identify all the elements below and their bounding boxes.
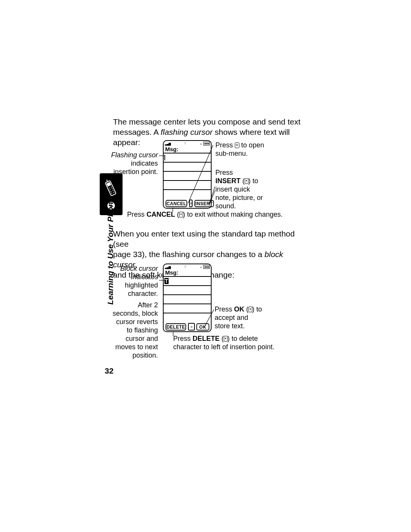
svg-point-18 [113, 192, 114, 193]
fig1-atr-pre: Press [215, 141, 235, 149]
fig2-ar-post: to [255, 305, 262, 313]
fig1-al-l1: Flashing cursor [111, 151, 158, 159]
block-cursor: T [164, 278, 169, 284]
phone-screen-1: ▂▃▅ ↕ ▵ ▮▮▮▮ Msg: CANCEL ≡ INSERT [163, 140, 212, 209]
svg-line-9 [107, 180, 108, 182]
fig1-annot-open-submenu: Press ≡ to open sub-menu. [215, 141, 276, 158]
msg-title: Msg: [164, 146, 211, 153]
fig2-abl-l5: cursor and [126, 335, 158, 342]
softkey-bar-2: DELETE ≡ OK [164, 322, 211, 331]
fig1-annot-flashing-cursor: Flashing cursor indicates insertion poin… [108, 151, 158, 176]
side-label: Learning to Use Your Phone [106, 198, 115, 305]
intro-line2a: messages. A [113, 128, 161, 136]
fig1-ar-l3: insert quick [215, 185, 250, 193]
line2-4 [164, 304, 211, 313]
fig2-abl-l3: cursor reverts [116, 318, 158, 326]
fig2-ab-post: to delete [230, 335, 258, 342]
softkey-insert[interactable]: INSERT [194, 200, 214, 207]
svg-point-17 [111, 193, 112, 194]
fig2-atl-l4: character. [128, 290, 158, 297]
menu-key-glyph: ≡ [235, 142, 239, 148]
status-bar: ▂▃▅ ↕ ▵ ▮▮▮▮ [164, 141, 211, 146]
fig1-ab-pre: Press [127, 211, 147, 218]
line-5 [164, 190, 211, 198]
fig1-ar-l5: sound. [215, 202, 236, 210]
mid-l2a: page 33), the flashing cursor changes to… [113, 250, 264, 259]
mid-l1: When you enter text using the standard t… [113, 229, 295, 248]
softkey-cancel[interactable]: CANCEL [166, 200, 187, 207]
softkey-menu-icon[interactable]: ≡ [189, 200, 193, 207]
fig2-ab-l2: character to left of insertion point. [173, 343, 274, 351]
intro-line2-italic: flashing cursor [161, 128, 213, 136]
softkey-glyph-ok: • [249, 307, 252, 312]
fig1-annot-insert: Press INSERT (•) to insert quick note, p… [215, 169, 272, 211]
updown-icon-2: ↕ [184, 265, 186, 269]
line-1 [164, 153, 211, 163]
svg-point-13 [110, 189, 111, 190]
softkey-glyph-r: • [245, 178, 249, 184]
fig1-ar-l2b: INSERT [215, 177, 241, 185]
fig2-annot-delete: Press DELETE (•) to delete character to … [173, 335, 295, 351]
svg-point-14 [112, 188, 113, 189]
fig2-ab-pre: Press [173, 335, 193, 342]
fig2-abl-l2: seconds, block [113, 310, 158, 317]
msg-title-2: Msg: [164, 269, 211, 277]
fig1-ar-l2p: to [251, 177, 258, 185]
flashing-cursor [164, 155, 165, 160]
softkey-delete[interactable]: DELETE [166, 323, 186, 331]
line-2 [164, 163, 211, 172]
signal-icon: ▂▃▅ [165, 141, 170, 146]
line2-2 [164, 286, 211, 295]
fig2-abl-l6: moves to next [115, 343, 158, 351]
fig2-abl-l1: After 2 [138, 301, 158, 309]
svg-point-11 [109, 187, 110, 189]
fig2-abl-l7: position. [132, 351, 158, 359]
fig2-annot-block-cursor: Block cursor indicates highlighted chara… [114, 265, 158, 298]
battery-icon-2: ▮▮▮▮ [203, 265, 210, 269]
battery-icon: ▮▮▮▮ [203, 142, 210, 145]
status-bar-2: ▂▃▅ ↕ ▵ ▮▮▮▮ [164, 264, 211, 269]
intro-line1: The message center lets you compose and … [113, 117, 301, 126]
fig2-abl-l4: to flashing [127, 326, 158, 334]
fig1-ar-l1: Press [215, 169, 233, 176]
phone-screen-2: ▂▃▅ ↕ ▵ ▮▮▮▮ Msg: T DELETE ≡ OK [163, 264, 212, 332]
line2-5 [164, 313, 211, 322]
softkey-ok[interactable]: OK [196, 323, 209, 331]
text-lines-2: T [164, 277, 211, 322]
fig2-atl-l2: indicates [131, 273, 158, 281]
page-number: 32 [105, 366, 113, 375]
triangle-icon: ▵ [200, 141, 202, 146]
softkey-glyph-del: • [224, 336, 228, 342]
fig2-atl-l1: Block cursor [120, 265, 158, 272]
line2-3 [164, 295, 211, 304]
fig2-ar-l3: store text. [215, 322, 245, 330]
line-4 [164, 181, 211, 190]
text-lines [164, 153, 211, 198]
fig2-ar-bold: OK [234, 305, 244, 313]
fig2-ar-l2: accept and [215, 314, 248, 321]
triangle-icon-2: ▵ [200, 265, 202, 269]
fig2-ab-bold: DELETE [193, 335, 220, 342]
fig2-annot-ok: Press OK (•) to accept and store text. [215, 305, 272, 331]
phone-icon [104, 179, 119, 200]
fig1-ab-post: to exit without making changes. [185, 211, 283, 218]
updown-icon: ↕ [184, 141, 186, 145]
fig1-al-l2: indicates [131, 160, 158, 167]
svg-rect-10 [106, 182, 111, 187]
svg-rect-8 [105, 181, 116, 196]
svg-point-12 [111, 187, 112, 188]
line-3 [164, 172, 211, 181]
softkey-glyph-l: • [179, 212, 183, 217]
line2-1: T [164, 277, 211, 286]
fig1-ar-l4: note, picture, or [215, 194, 263, 201]
fig1-atr-l2: sub-menu. [215, 150, 248, 157]
fig2-annot-revert: After 2 seconds, block cursor reverts to… [110, 301, 158, 360]
fig1-atr-post: to open [239, 141, 264, 149]
fig2-ar-pre: Press [215, 305, 234, 313]
fig2-atl-l3: highlighted [125, 281, 158, 289]
softkey-menu-icon-2[interactable]: ≡ [188, 323, 195, 331]
signal-icon-2: ▂▃▅ [165, 265, 170, 269]
softkey-bar: CANCEL ≡ INSERT [164, 198, 211, 208]
svg-point-16 [112, 190, 113, 191]
svg-point-15 [110, 191, 112, 192]
